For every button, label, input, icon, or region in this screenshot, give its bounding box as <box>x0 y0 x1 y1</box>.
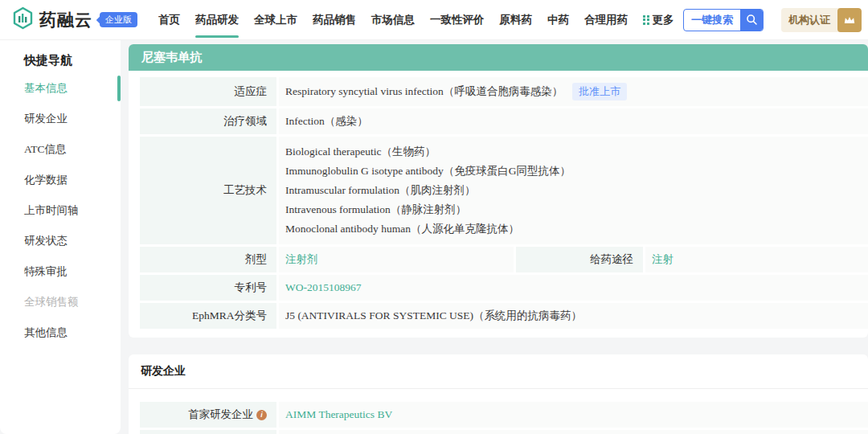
first-developer-link[interactable]: AIMM Therapeutics BV <box>285 408 392 421</box>
nav-item-tcm[interactable]: 中药 <box>547 8 569 32</box>
brand-logo[interactable]: 药融云 企业版 <box>12 6 137 33</box>
indication-value: Respiratory syncytial virus infection（呼吸… <box>285 84 563 99</box>
sidebar-item-basic-info[interactable]: 基本信息 <box>0 73 121 104</box>
rnd-section-title: 研发企业 <box>129 364 868 389</box>
grid-icon <box>643 15 649 25</box>
nav-more-label: 更多 <box>653 13 674 27</box>
sidebar-item-atc-info[interactable]: ATC信息 <box>0 134 121 165</box>
sidebar-item-special-approval[interactable]: 特殊审批 <box>0 256 121 287</box>
quick-search-label: 一键搜索 <box>684 10 740 31</box>
basic-info-card: 尼塞韦单抗 适应症 Respiratory syncytial virus in… <box>129 44 868 338</box>
patent-number-link[interactable]: WO-2015108967 <box>285 281 362 294</box>
technology-value: Intravenous formulation（静脉注射剂） <box>285 200 862 219</box>
technology-label: 工艺技术 <box>140 137 276 244</box>
technology-value: Monoclonal antibody human（人源化单克隆抗体） <box>285 219 862 239</box>
indication-label: 适应症 <box>140 77 276 106</box>
technology-value: Biological therapeutic（生物药） <box>285 142 862 162</box>
hexagon-chart-icon <box>12 6 34 33</box>
row-first-developer: 首家研发企业 i AIMM Therapeutics BV <box>140 402 868 428</box>
main-nav: 首页 药品研发 全球上市 药品销售 市场信息 一致性评价 原料药 中药 合理用药… <box>158 8 674 32</box>
drug-title: 尼塞韦单抗 <box>129 44 868 71</box>
row-therapeutic-area: 治疗领域 Infection（感染） <box>140 108 868 134</box>
nav-item-consistency[interactable]: 一致性评价 <box>430 8 485 32</box>
rnd-companies-card: 研发企业 首家研发企业 i AIMM Therapeutics BV 研发企业 … <box>129 354 868 434</box>
sidebar-item-rnd-status[interactable]: 研发状态 <box>0 226 121 256</box>
patent-label: 专利号 <box>140 275 276 301</box>
nav-item-drug-sales[interactable]: 药品销售 <box>313 8 356 32</box>
nav-item-home[interactable]: 首页 <box>158 8 180 32</box>
nav-item-rational-use[interactable]: 合理用药 <box>584 8 628 32</box>
sidebar-item-launch-timeline[interactable]: 上市时间轴 <box>0 195 121 226</box>
approved-status-badge[interactable]: 批准上市 <box>572 83 627 100</box>
magnifier-icon <box>740 10 763 31</box>
nav-item-market-info[interactable]: 市场信息 <box>371 8 415 32</box>
route-label: 给药途径 <box>516 247 643 272</box>
therapeutic-area-label: 治疗领域 <box>140 108 276 134</box>
route-link[interactable]: 注射 <box>652 252 674 267</box>
first-developer-label: 首家研发企业 <box>188 407 253 422</box>
edition-badge: 企业版 <box>100 12 137 27</box>
sidebar-item-rnd-companies[interactable]: 研发企业 <box>0 104 121 134</box>
technology-value: Immunoglobulin G isotype antibody（免疫球蛋白G… <box>285 162 862 181</box>
nav-item-more[interactable]: 更多 <box>643 8 674 32</box>
nav-item-api[interactable]: 原料药 <box>500 8 533 32</box>
top-header: 药融云 企业版 首页 药品研发 全球上市 药品销售 市场信息 一致性评价 原料药… <box>0 0 868 40</box>
org-certification-label: 机构认证 <box>781 13 837 27</box>
row-patent: 专利号 WO-2015108967 <box>140 275 868 301</box>
therapeutic-area-value: Infection（感染） <box>279 108 868 134</box>
ephmra-label: EphMRA分类号 <box>140 303 276 329</box>
row-ephmra: EphMRA分类号 J5 (ANTIVIRALS FOR SYSTEMIC US… <box>140 303 868 329</box>
row-technology: 工艺技术 Biological therapeutic（生物药） Immunog… <box>140 137 868 244</box>
sidebar-item-global-sales: 全球销售额 <box>0 287 121 317</box>
dosage-form-label: 剂型 <box>140 247 276 272</box>
quick-nav-sidebar: 快捷导航 基本信息 研发企业 ATC信息 化学数据 上市时间轴 研发状态 特殊审… <box>0 40 121 434</box>
quick-search-button[interactable]: 一键搜索 <box>683 9 764 31</box>
row-rnd-companies: 研发企业 AstraZeneca plc（阿斯利康） Sanofi Pasteu… <box>140 430 868 434</box>
dosage-form-link[interactable]: 注射剂 <box>285 252 318 267</box>
sidebar-title: 快捷导航 <box>0 53 121 73</box>
nav-item-drug-rnd[interactable]: 药品研发 <box>195 8 239 32</box>
nav-item-global-launch[interactable]: 全球上市 <box>254 8 297 32</box>
ephmra-value: J5 (ANTIVIRALS FOR SYSTEMIC USE)（系统用的抗病毒… <box>279 303 868 329</box>
sidebar-item-other-info[interactable]: 其他信息 <box>0 317 121 348</box>
org-certification-badge[interactable]: 机构认证 <box>781 8 862 32</box>
info-icon[interactable]: i <box>256 410 267 420</box>
main-content: 尼塞韦单抗 适应症 Respiratory syncytial virus in… <box>129 44 868 434</box>
row-indication: 适应症 Respiratory syncytial virus infectio… <box>140 77 868 106</box>
technology-value: Intramuscular formulation（肌肉注射剂） <box>285 181 862 200</box>
row-dosage-route: 剂型 注射剂 给药途径 注射 <box>140 247 868 272</box>
brand-name: 药融云 <box>39 9 92 31</box>
rnd-companies-label: 研发企业 <box>140 430 276 434</box>
crown-icon <box>837 8 862 32</box>
sidebar-item-chemical-data[interactable]: 化学数据 <box>0 165 121 195</box>
